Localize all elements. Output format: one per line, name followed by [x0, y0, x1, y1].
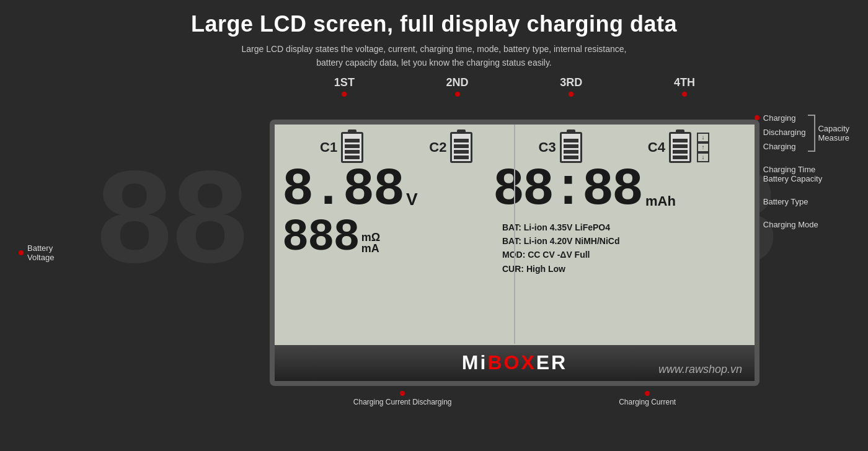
charging-mode-label: Charging Mode	[763, 220, 818, 229]
channel-3-dot	[569, 92, 574, 97]
discharging-item: Discharging	[755, 128, 806, 137]
cell-c3-label: C3	[539, 139, 556, 155]
charging-mode-group: Charging Mode	[755, 220, 849, 232]
charging-time-group: Charging TimeBattery Capacity	[755, 165, 849, 186]
bottom-annotations: Charging Current Discharging Charging Cu…	[270, 391, 760, 406]
page-container: 88.8 88.8 Large LCD screen, full display…	[0, 0, 868, 451]
cell-c1-label: C1	[320, 139, 337, 155]
battery-type-group: Battery Type	[755, 197, 849, 209]
bottom-annotation-2: Charging Current	[619, 391, 676, 406]
bat-info-4: CUR: High Low	[502, 262, 733, 276]
lcd-screen: C1 C2 C3	[270, 120, 760, 386]
right-display: 88:88 mAh BAT: Li-ion 4.35V LiFePO4 BAT:…	[493, 165, 738, 276]
c4-arrows: ↓ ↑ ↓	[697, 133, 709, 162]
battery-voltage-dot	[19, 250, 24, 255]
page-title: Large LCD screen, full display charging …	[191, 11, 677, 37]
watermark: www.rawshop.vn	[658, 363, 742, 376]
battery-icon-c4	[669, 132, 691, 163]
brand-bar: MiBOXER www.rawshop.vn	[275, 345, 755, 381]
right-annotations: Charging Discharging Charging CapacityMe…	[755, 113, 849, 243]
battery-cell-c1: C1	[320, 132, 363, 163]
current-display: 888	[282, 217, 359, 259]
battery-icon-c1	[341, 132, 363, 163]
bottom-annotation-1: Charging Current Discharging	[353, 391, 452, 406]
bottom-dot-2	[645, 391, 650, 396]
battery-voltage-annotation: BatteryVoltage	[19, 243, 54, 262]
time-unit: mAh	[645, 193, 676, 209]
cell-c2-label: C2	[429, 139, 446, 155]
page-subtitle: Large LCD display states the voltage, cu…	[191, 42, 677, 70]
bottom-dot-1	[400, 391, 405, 396]
time-display: 88:88	[493, 165, 642, 216]
charging-time-label: Charging TimeBattery Capacity	[763, 165, 822, 183]
capacity-brace	[808, 115, 815, 152]
capacity-measure-label: CapacityMeasure	[818, 124, 849, 142]
bat-info-2: BAT: Li-ion 4.20V NiMH/NiCd	[502, 234, 733, 248]
battery-type-label: Battery Type	[763, 197, 808, 206]
channel-2-label: 2ND	[446, 76, 469, 97]
channel-4-label: 4TH	[674, 76, 695, 97]
arrow-down: ↓	[697, 133, 709, 142]
arrow-up: ↑	[697, 142, 709, 152]
battery-cell-c4: C4 ↓ ↑ ↓	[648, 132, 709, 163]
channel-labels-row: 1ST 2ND 3RD 4TH	[270, 76, 760, 97]
charging-item-1: Charging	[755, 113, 806, 123]
capacity-measure-group: Charging Discharging Charging CapacityMe…	[755, 113, 849, 154]
battery-info-text: BAT: Li-ion 4.35V LiFePO4 BAT: Li-ion 4.…	[493, 218, 738, 276]
header: Large LCD screen, full display charging …	[191, 0, 677, 70]
bat-info-1: BAT: Li-ion 4.35V LiFePO4	[502, 221, 733, 234]
battery-cell-c3: C3	[539, 132, 582, 163]
left-display: 8.88 V 888 mΩmA	[282, 165, 493, 276]
current-unit: mΩmA	[361, 232, 380, 254]
brand-name: MiBOXER	[462, 351, 567, 374]
lcd-divider	[514, 125, 515, 344]
cell-c4-label: C4	[648, 139, 665, 155]
bat-info-3: MOD: CC CV -ΔV Full	[502, 248, 733, 261]
voltage-unit: V	[406, 190, 418, 209]
channel-1-dot	[342, 92, 347, 97]
channel-4-dot	[682, 92, 687, 97]
battery-icon-c2	[450, 132, 472, 163]
channel-1-label: 1ST	[334, 76, 355, 97]
channel-2-dot	[455, 92, 460, 97]
battery-cell-c2: C2	[429, 132, 472, 163]
arrow-down-2: ↓	[697, 152, 709, 162]
battery-voltage-label: BatteryVoltage	[27, 243, 54, 262]
battery-icon-c3	[560, 132, 582, 163]
charging-item-2: Charging	[755, 142, 806, 151]
voltage-display: 8.88	[282, 165, 404, 216]
channel-3-label: 3RD	[560, 76, 582, 97]
